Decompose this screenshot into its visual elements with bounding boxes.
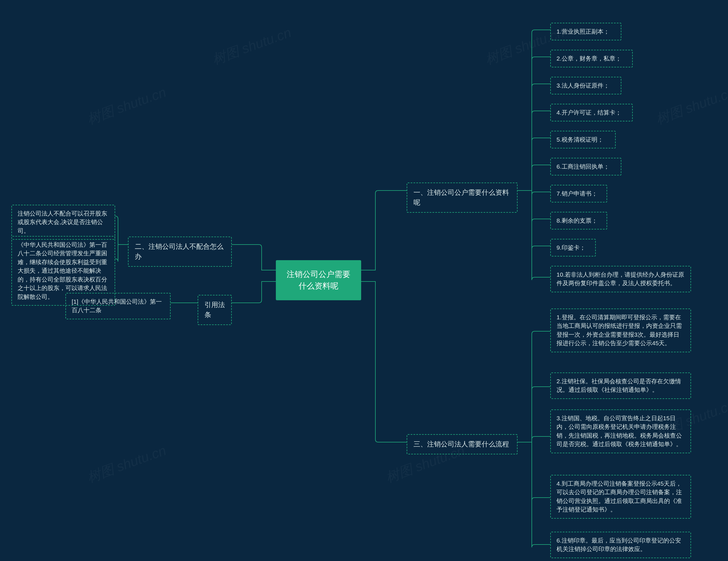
b1-leaf-2[interactable]: 2.公章，财务章，私章； (550, 50, 633, 67)
branch-1[interactable]: 一、注销公司公户需要什么资料呢 (407, 183, 518, 213)
b1-leaf-6[interactable]: 6.工商注销回执单； (550, 158, 621, 175)
watermark: 树图 shutu.cn (85, 83, 169, 129)
b1-leaf-1[interactable]: 1.营业执照正副本； (550, 23, 621, 40)
branch-3[interactable]: 三、注销公司法人需要什么流程 (407, 434, 518, 454)
b2-leaf-1[interactable]: 注销公司法人不配合可以召开股东或股东代表大会,决议是否注销公司。 (11, 205, 115, 240)
b1-leaf-9[interactable]: 9.印鉴卡； (550, 239, 596, 256)
b3-leaf-4[interactable]: 4.到工商局办理公司注销备案登报公示45天后，可以去公司登记的工商局办理公司注销… (550, 475, 691, 519)
b3-leaf-2[interactable]: 2.注销社保。社保局会核查公司是否存在欠缴情况。通过后领取《社保注销通知单》。 (550, 372, 691, 399)
b3-leaf-3[interactable]: 3.注销国、地税。自公司宣告终止之日起15日内，公司需向原税务登记机关申请办理税… (550, 409, 691, 453)
watermark: 树图 shutu.cn (85, 441, 169, 487)
watermark: 树图 shutu.cn (210, 23, 294, 69)
b3-leaf-1[interactable]: 1.登报。在公司清算期间即可登报公示，需要在当地工商局认可的报纸进行登报，内资企… (550, 309, 691, 352)
b3-leaf-5[interactable]: 6.注销印章。最后，应当到公司印章登记的公安机关注销掉公司印章的法律效应。 (550, 532, 691, 558)
b1-leaf-10[interactable]: 10.若非法人到柜台办理，请提供经办人身份证原件及两份复印件盖公章，及法人授权委… (550, 266, 691, 292)
watermark: 树图 shutu.cn (653, 83, 728, 129)
b1-leaf-3[interactable]: 3.法人身份证原件； (550, 77, 621, 94)
b4-leaf-1[interactable]: [1]《中华人民共和国公司法》第一百八十二条 (65, 293, 171, 319)
branch-4[interactable]: 引用法条 (198, 295, 232, 325)
b1-leaf-5[interactable]: 5.税务清税证明； (550, 131, 616, 148)
branch-2[interactable]: 二、注销公司法人不配合怎么办 (128, 237, 232, 267)
mindmap-canvas: 树图 shutu.cn 树图 shutu.cn 树图 shutu.cn 树图 s… (0, 0, 728, 561)
b1-leaf-4[interactable]: 4.开户许可证，结算卡； (550, 104, 633, 121)
root-node[interactable]: 注销公司公户需要什么资料呢 (276, 260, 361, 300)
b1-leaf-7[interactable]: 7.销户申请书； (550, 185, 607, 202)
b1-leaf-8[interactable]: 8.剩余的支票； (550, 212, 607, 229)
